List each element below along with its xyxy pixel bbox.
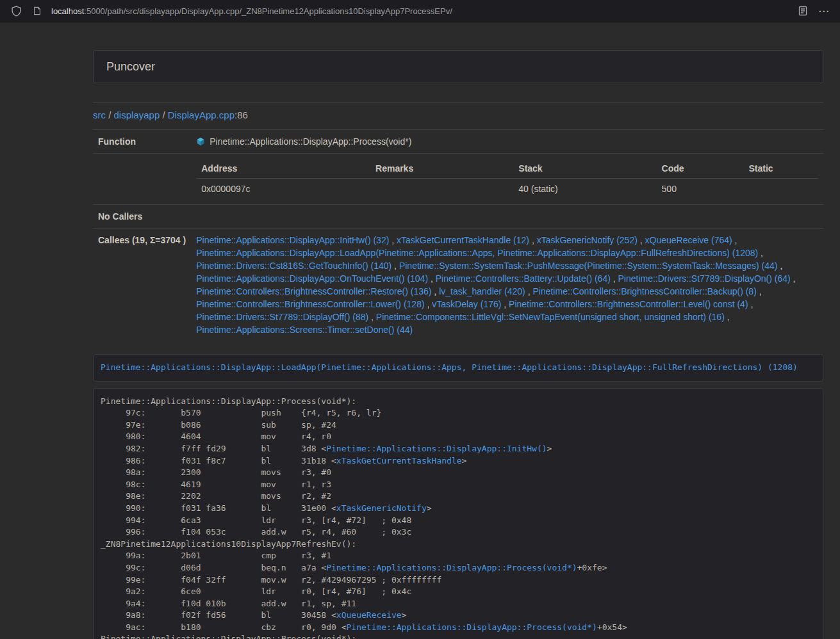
asm-line: 98c: 4619 mov r1, r3 — [101, 479, 816, 491]
col-address: Address — [196, 159, 370, 179]
callee-link[interactable]: xTaskGenericNotify (252) — [537, 235, 638, 245]
breadcrumb-link-src[interactable]: src — [93, 109, 106, 120]
breadcrumb-line-number: :86 — [235, 109, 248, 120]
callees-row: Callees (19, Σ=3704 ) Pinetime::Applicat… — [93, 229, 823, 342]
callee-link[interactable]: xQueueReceive (764) — [645, 235, 732, 245]
breadcrumb-separator: / — [106, 109, 114, 120]
asm-line: 97c: b570 push {r4, r5, r6, lr} — [101, 407, 816, 419]
detail-header-row: Address Remarks Stack Code Static — [196, 159, 818, 179]
callee-link[interactable]: Pinetime::Components::LittleVgl::SetNewT… — [376, 312, 725, 322]
loadapp-panel: Pinetime::Applications::DisplayApp::Load… — [93, 354, 823, 382]
col-remarks: Remarks — [370, 159, 513, 179]
asm-line: 9ac: b180 cbz r0, 9d0 <Pinetime::Applica… — [101, 622, 816, 634]
asm-line: 990: f031 fa36 bl 31e00 <xTaskGenericNot… — [101, 503, 816, 515]
function-row-label: Function — [93, 130, 191, 154]
callee-link[interactable]: Pinetime::Applications::DisplayApp::OnTo… — [196, 273, 428, 284]
callee-link[interactable]: Pinetime::Controllers::BrightnessControl… — [196, 299, 424, 309]
no-callers-row: No Callers — [93, 205, 823, 229]
url-path: :5000/path/src/displayapp/DisplayApp.cpp… — [84, 6, 452, 16]
asm-line: 9a8: f02f fd56 bl 30458 <xQueueReceive> — [101, 610, 816, 622]
function-row: Function Pinetime::Applications::Display… — [93, 130, 823, 154]
function-cube-icon — [196, 137, 205, 146]
value-remarks — [370, 179, 513, 200]
asm-line: 97e: b086 sub sp, #24 — [101, 419, 816, 432]
callee-link[interactable]: lv_task_handler (420) — [439, 286, 525, 296]
no-callers-value — [191, 205, 823, 229]
disassembly: Pinetime::Applications::DisplayApp::Proc… — [93, 388, 823, 639]
asm-line: 98e: 2202 movs r2, #2 — [101, 490, 816, 503]
callee-link[interactable]: Pinetime::Applications::DisplayApp::Load… — [196, 248, 758, 258]
asm-line: 98a: 2300 movs r3, #0 — [101, 467, 816, 479]
callee-link[interactable]: Pinetime::Controllers::Battery::Update()… — [436, 273, 611, 284]
navbar: Puncover — [93, 50, 823, 83]
brand-link[interactable]: Puncover — [94, 60, 168, 74]
breadcrumb-link-file[interactable]: DisplayApp.cpp — [168, 109, 235, 120]
symbol-link[interactable]: Pinetime::Applications::DisplayApp::Proc… — [326, 563, 577, 572]
breadcrumb: src / displayapp / DisplayApp.cpp:86 — [93, 109, 823, 120]
function-name: Pinetime::Applications::DisplayApp::Proc… — [210, 135, 411, 148]
loadapp-link[interactable]: Pinetime::Applications::DisplayApp::Load… — [101, 362, 798, 372]
function-detail-row: Address Remarks Stack Code Static 0x0000… — [93, 154, 823, 205]
shield-icon[interactable] — [9, 4, 23, 18]
value-static — [743, 179, 818, 200]
function-table: Function Pinetime::Applications::Display… — [93, 129, 823, 341]
asm-line: _ZN8Pinetime12Applications10DisplayApp7R… — [101, 538, 816, 551]
callee-link[interactable]: Pinetime::Controllers::BrightnessControl… — [509, 299, 748, 309]
symbol-link[interactable]: Pinetime::Applications::DisplayApp::Init… — [326, 444, 547, 453]
detail-table: Address Remarks Stack Code Static 0x0000… — [196, 159, 818, 199]
function-line: Pinetime::Applications::DisplayApp::Proc… — [196, 135, 818, 148]
symbol-link[interactable]: xTaskGenericNotify — [336, 503, 427, 513]
col-stack: Stack — [513, 159, 656, 179]
callee-link[interactable]: Pinetime::Controllers::BrightnessControl… — [532, 286, 756, 296]
asm-line: 996: f104 053c add.w r5, r4, #60 ; 0x3c — [101, 526, 816, 538]
no-callers-label: No Callers — [93, 205, 191, 229]
callee-link[interactable]: Pinetime::Controllers::BrightnessControl… — [196, 286, 431, 296]
asm-line: 980: 4604 mov r4, r0 — [101, 431, 816, 443]
callee-link[interactable]: Pinetime::Applications::DisplayApp::Init… — [196, 235, 389, 245]
callee-link[interactable]: Pinetime::System::SystemTask::PushMessag… — [399, 261, 778, 271]
page-info-icon[interactable] — [30, 4, 44, 18]
reader-mode-icon[interactable] — [796, 4, 810, 18]
value-code: 500 — [657, 179, 744, 200]
asm-line: Pinetime::Applications::DisplayApp::Proc… — [101, 633, 816, 639]
asm-line: 9a2: 6ce0 ldr r0, [r4, #76] ; 0x4c — [101, 586, 816, 598]
divider — [93, 102, 823, 103]
url-bar[interactable]: localhost:5000/path/src/displayapp/Displ… — [51, 6, 452, 16]
asm-line: 99c: d06d beq.n a7a <Pinetime::Applicati… — [101, 562, 816, 574]
callee-link[interactable]: Pinetime::Applications::Screens::Timer::… — [196, 325, 413, 335]
asm-line: 994: 6ca3 ldr r3, [r4, #72] ; 0x48 — [101, 515, 816, 527]
symbol-link[interactable]: xQueueReceive — [336, 610, 402, 620]
breadcrumb-separator: / — [160, 109, 168, 120]
callee-link[interactable]: Pinetime::Drivers::St7789::DisplayOn() (… — [618, 273, 791, 284]
value-address: 0x0000097c — [196, 179, 370, 200]
callee-link[interactable]: Pinetime::Drivers::Cst816S::GetTouchInfo… — [196, 261, 391, 271]
breadcrumb-link-displayapp[interactable]: displayapp — [114, 109, 160, 120]
asm-line: 982: f7ff fd29 bl 3d8 <Pinetime::Applica… — [101, 443, 816, 455]
callee-link[interactable]: Pinetime::Drivers::St7789::DisplayOff() … — [196, 312, 368, 322]
col-code: Code — [657, 159, 744, 179]
detail-value-row: 0x0000097c 40 (static) 500 — [196, 179, 818, 200]
symbol-link[interactable]: xTaskGetCurrentTaskHandle — [336, 456, 462, 465]
callee-link[interactable]: xTaskGetCurrentTaskHandle (12) — [397, 235, 529, 245]
callees-label: Callees (19, Σ=3704 ) — [93, 229, 191, 342]
browser-chrome: localhost:5000/path/src/displayapp/Displ… — [0, 0, 840, 22]
callee-link[interactable]: vTaskDelay (176) — [432, 299, 501, 309]
empty-label-cell — [93, 154, 191, 205]
callees-list: Pinetime::Applications::DisplayApp::Init… — [191, 229, 823, 342]
asm-line: Pinetime::Applications::DisplayApp::Proc… — [101, 396, 816, 408]
url-host: localhost — [51, 6, 84, 16]
menu-dots-button[interactable]: ⋯ — [817, 4, 831, 18]
symbol-link[interactable]: Pinetime::Applications::DisplayApp::Proc… — [347, 622, 597, 632]
value-stack: 40 (static) — [513, 179, 656, 200]
col-static: Static — [743, 159, 818, 179]
asm-line: 99a: 2b01 cmp r3, #1 — [101, 550, 816, 562]
asm-line: 9a4: f10d 010b add.w r1, sp, #11 — [101, 598, 816, 610]
asm-line: 986: f031 f8c7 bl 31b18 <xTaskGetCurrent… — [101, 455, 816, 467]
page-container: Puncover src / displayapp / DisplayApp.c… — [93, 50, 823, 639]
asm-line: 99e: f04f 32ff mov.w r2, #4294967295 ; 0… — [101, 574, 816, 586]
